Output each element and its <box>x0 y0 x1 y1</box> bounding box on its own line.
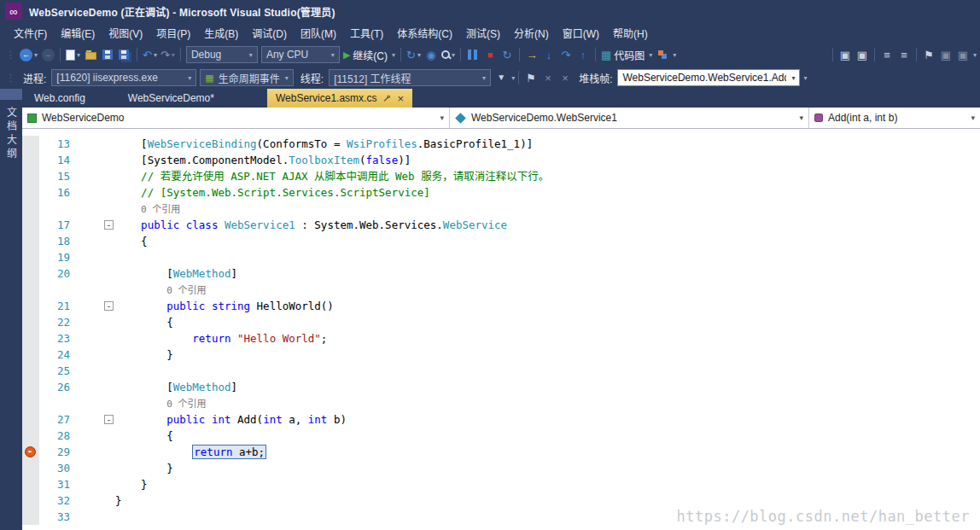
undo-button[interactable]: ↶▾ <box>141 45 159 64</box>
breakpoint-margin[interactable] <box>22 492 39 509</box>
code-text[interactable]: } <box>115 460 173 476</box>
step-out-button[interactable]: ↑ <box>575 45 592 64</box>
code-line[interactable]: 20 [WebMethod] <box>22 265 980 282</box>
thread-combo[interactable]: [11512] 工作线程▾ <box>329 69 491 86</box>
menu-item[interactable]: 文件(F) <box>7 23 54 43</box>
breakpoint-margin[interactable] <box>22 152 39 168</box>
breakpoint-margin[interactable] <box>22 347 39 363</box>
break-all-button[interactable] <box>464 45 481 64</box>
toolbar-grip[interactable]: ⋮ <box>3 73 18 82</box>
increase-indent-button[interactable]: ≡ <box>895 45 913 64</box>
process-combo[interactable]: [11620] iisexpress.exe▾ <box>51 69 196 86</box>
diagnostics-button[interactable] <box>654 45 671 64</box>
document-outline-tab[interactable]: 文档大纲 <box>4 107 19 161</box>
refresh-button[interactable]: ↻▾ <box>405 45 423 64</box>
tab-webservice1-asmx-cs[interactable]: WebService1.asmx.cs ⊸ × <box>267 89 412 108</box>
step-over-button[interactable]: ↷ <box>557 45 575 64</box>
pin-icon[interactable]: ⊸ <box>381 91 394 105</box>
breakpoint-margin[interactable] <box>22 217 39 233</box>
window-layout-button-2[interactable]: ▣ <box>854 45 871 64</box>
menu-item[interactable]: 项目(P) <box>149 23 197 43</box>
breakpoint-margin[interactable] <box>22 395 39 411</box>
code-line[interactable]: 16 // [System.Web.Script.Services.Script… <box>22 184 980 201</box>
code-text[interactable]: return a+b; <box>115 444 266 460</box>
code-text[interactable]: [WebServiceBinding(ConformsTo = WsiProfi… <box>115 136 533 152</box>
solution-configuration-combo[interactable]: Debug▾ <box>186 46 258 63</box>
breakpoint-margin[interactable] <box>22 249 39 265</box>
breakpoint-margin[interactable] <box>22 428 39 444</box>
step-into-button[interactable]: ↓ <box>540 45 557 64</box>
code-line[interactable]: 25 <box>22 363 980 379</box>
menu-item[interactable]: 测试(S) <box>459 23 507 43</box>
quick-find-button[interactable]: ▾ <box>440 45 457 64</box>
breakpoint-margin[interactable] <box>22 411 39 428</box>
uncomment-button[interactable]: ▣ <box>954 45 971 64</box>
browser-link-button[interactable]: ◉ <box>423 45 440 64</box>
code-text[interactable]: { <box>115 314 173 330</box>
flag-thread-button[interactable]: ⚑ <box>522 68 540 87</box>
code-line[interactable]: 18 { <box>22 233 980 249</box>
comment-button[interactable]: ▣ <box>937 45 954 64</box>
codelens-row[interactable]: 0 个引用 <box>22 282 980 298</box>
codelens-row[interactable]: 0 个引用 <box>22 201 980 217</box>
code-line[interactable]: 17- public class WebService1 : System.We… <box>22 217 980 233</box>
member-dropdown[interactable]: Add(int a, int b) ▾ <box>809 108 980 128</box>
menu-item[interactable]: 帮助(H) <box>606 23 655 43</box>
filter-threads-button[interactable]: ▼ <box>493 68 510 87</box>
breakpoint-margin[interactable] <box>22 314 39 330</box>
code-line[interactable]: 22 { <box>22 314 980 330</box>
code-text[interactable]: [WebMethod] <box>115 265 237 282</box>
breakpoint-margin[interactable] <box>22 201 39 217</box>
breakpoint-margin[interactable] <box>22 184 39 201</box>
decrease-indent-button[interactable]: ≡ <box>878 45 895 64</box>
code-line[interactable]: 30 } <box>22 460 980 476</box>
toolbar-grip[interactable]: ⋮ <box>3 50 18 59</box>
breakpoint-margin[interactable] <box>22 379 39 395</box>
new-file-button[interactable]: ▾ <box>64 45 82 64</box>
code-text[interactable]: 0 个引用 <box>115 201 180 217</box>
save-all-button[interactable] <box>116 45 133 64</box>
code-line[interactable]: 19 <box>22 249 980 265</box>
code-line[interactable]: ►29 return a+b; <box>22 444 980 460</box>
code-text[interactable]: public class WebService1 : System.Web.Se… <box>115 217 507 233</box>
breakpoint-margin[interactable] <box>22 265 39 282</box>
menu-item[interactable]: 编辑(E) <box>54 23 102 43</box>
breakpoint-margin[interactable] <box>22 476 39 492</box>
menu-item[interactable]: 体系结构(C) <box>390 23 459 43</box>
code-text[interactable]: } <box>115 492 122 509</box>
window-layout-button[interactable]: ▣ <box>837 45 854 64</box>
menu-item[interactable]: 生成(B) <box>197 23 245 43</box>
code-line[interactable]: 31 } <box>22 476 980 492</box>
tab-webservicedemo[interactable]: WebServiceDemo* <box>120 89 223 108</box>
code-text[interactable]: 0 个引用 <box>115 282 206 298</box>
code-editor[interactable]: 13 [WebServiceBinding(ConformsTo = WsiPr… <box>22 129 980 530</box>
code-line[interactable]: 32} <box>22 492 980 509</box>
breakpoint-margin[interactable] <box>22 282 39 298</box>
code-text[interactable]: [WebMethod] <box>115 379 237 395</box>
project-dropdown[interactable]: WebServiceDemo ▾ <box>22 108 450 128</box>
redo-button[interactable]: ↷▾ <box>159 45 177 64</box>
toolbar-overflow-icon[interactable]: ▾ <box>673 51 676 59</box>
collapse-toggle-icon[interactable]: - <box>104 301 114 311</box>
codelens-row[interactable]: 0 个引用 <box>22 395 980 411</box>
stackframe-combo[interactable]: WebServiceDemo.WebService1.Add▾ <box>617 69 800 86</box>
code-text[interactable]: } <box>115 476 148 492</box>
code-line[interactable]: 27- public int Add(int a, int b) <box>22 411 980 428</box>
resume-thread-button[interactable]: × <box>557 68 574 87</box>
menu-item[interactable]: 工具(T) <box>343 23 390 43</box>
show-next-statement-button[interactable]: → <box>523 45 540 64</box>
code-text[interactable]: public int Add(int a, int b) <box>115 411 347 428</box>
breakpoint-margin[interactable] <box>22 509 39 525</box>
menu-item[interactable]: 窗口(W) <box>556 23 606 43</box>
navigate-forward-button[interactable]: → <box>39 45 56 64</box>
breakpoint-margin[interactable] <box>22 363 39 379</box>
type-dropdown[interactable]: WebServiceDemo.WebService1 ▾ <box>450 108 809 128</box>
code-text[interactable]: public string HelloWorld() <box>115 298 334 314</box>
code-text[interactable]: { <box>115 233 148 249</box>
navigate-back-button[interactable]: ←▾ <box>18 45 39 64</box>
code-line[interactable]: 21- public string HelloWorld() <box>22 298 980 314</box>
breakpoint-margin[interactable] <box>22 168 39 184</box>
code-text[interactable]: 0 个引用 <box>115 395 206 411</box>
collapse-toggle-icon[interactable]: - <box>104 415 114 424</box>
code-text[interactable]: // 若要允许使用 ASP.NET AJAX 从脚本中调用此 Web 服务，请取… <box>115 168 549 184</box>
